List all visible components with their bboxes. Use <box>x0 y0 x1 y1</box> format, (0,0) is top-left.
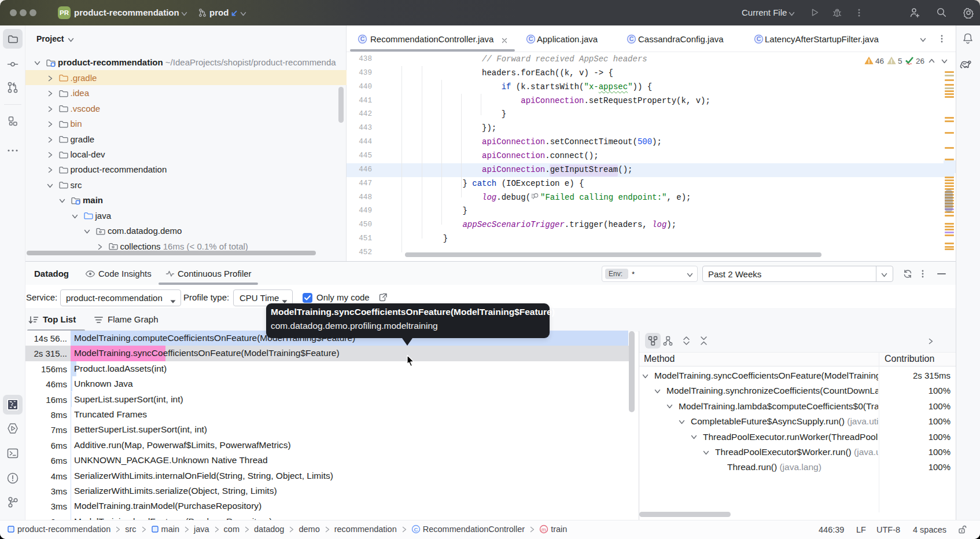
svg-text:C: C <box>629 35 634 42</box>
svg-text:C: C <box>360 35 365 42</box>
svg-text:m: m <box>541 526 546 533</box>
svg-text:C: C <box>757 35 761 42</box>
svg-text:C: C <box>529 35 533 42</box>
svg-text:C: C <box>414 526 418 533</box>
